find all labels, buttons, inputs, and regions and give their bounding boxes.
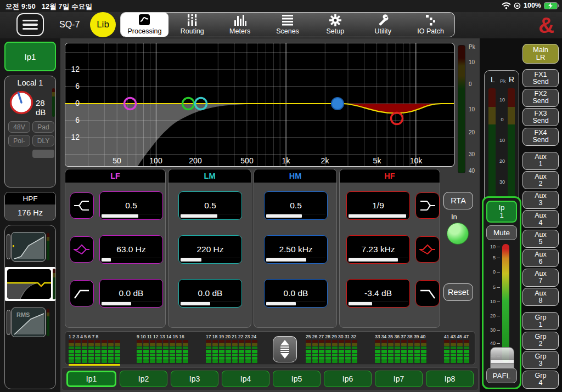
db-tick: 0	[75, 99, 80, 107]
hpf-panel: HPF 176 Hz	[4, 192, 56, 220]
hf-shelf-type-button[interactable]	[415, 192, 440, 219]
mix-grp4[interactable]: Grp4	[522, 371, 559, 389]
select-ip6[interactable]: Ip6	[324, 371, 372, 387]
peq-meter	[53, 269, 55, 299]
meter-bridge-scroll-button[interactable]	[273, 336, 297, 362]
hf-slope-button[interactable]	[415, 280, 440, 306]
select-ip7[interactable]: Ip7	[375, 371, 423, 387]
processing-block-list: RMS	[4, 225, 56, 389]
compressor-block-tile[interactable]: RMS	[7, 305, 53, 339]
mix-fx3-send[interactable]: FX3Send	[522, 108, 559, 126]
lf-slope-button[interactable]	[70, 280, 94, 306]
select-ip5[interactable]: Ip5	[273, 371, 321, 387]
hm-width-value[interactable]: 0.5	[264, 191, 328, 220]
io-patch-icon	[424, 14, 437, 27]
sq-mixpad-app: 오전 9:50 12월 7일 수요일 100% SQ-7 Lib Process…	[0, 0, 562, 392]
library-button[interactable]: Lib	[90, 12, 116, 37]
mix-fx1-send[interactable]: FX1Send	[522, 69, 559, 87]
lm-gain-value[interactable]: 0.0 dB	[178, 279, 242, 308]
band-panel-hm: HM 0.5 2.50 kHz 0.0 dB	[254, 169, 337, 328]
hf-freq-value[interactable]: 7.23 kHz	[346, 235, 410, 264]
mix-aux4[interactable]: Aux4	[522, 210, 559, 228]
mix-aux3[interactable]: Aux3	[522, 191, 559, 209]
gate-block-tile[interactable]	[7, 230, 53, 264]
meter-group-33-40[interactable]: 33 34 35 36 37 38 39 40	[375, 334, 426, 363]
tab-io-patch[interactable]: IO Patch	[407, 13, 454, 37]
strip-channel-button[interactable]: Ip 1	[486, 201, 517, 223]
lf-bell-type-button[interactable]	[70, 236, 94, 263]
tab-routing[interactable]: Routing	[168, 13, 216, 37]
meter-group-17-24[interactable]: 17 18 19 20 21 22 23 24	[206, 334, 257, 363]
peq-block-tile-selected[interactable]	[5, 267, 55, 301]
rta-button[interactable]: RTA	[443, 192, 473, 209]
mix-fx4-send[interactable]: FX4Send	[522, 128, 559, 146]
eq-in-button[interactable]	[447, 223, 469, 245]
select-ip1[interactable]: Ip1	[66, 371, 116, 387]
lm-freq-value[interactable]: 220 Hz	[178, 235, 242, 264]
strip-pafl-button[interactable]: PAFL	[486, 368, 517, 383]
select-ip2[interactable]: Ip2	[120, 371, 167, 387]
lf-shelf-type-button[interactable]	[70, 192, 94, 219]
mix-sidebar: Main LR L Pk R 10 0 10 20 30 40 PAFL FX1…	[480, 38, 562, 392]
input-source-label: Local 1	[5, 78, 55, 87]
comp-thumbnail: RMS	[12, 308, 46, 337]
bell-icon	[74, 242, 90, 257]
hf-bell-type-button[interactable]	[415, 236, 440, 263]
lf-width-value[interactable]: 0.5	[99, 191, 163, 220]
hm-band-handle[interactable]	[331, 98, 344, 110]
lm-width-value[interactable]: 0.5	[178, 191, 242, 220]
tab-setup[interactable]: Setup	[311, 13, 359, 37]
mix-main-lr-button[interactable]: Main LR	[522, 44, 559, 64]
processing-icon	[137, 14, 151, 27]
gain-knob[interactable]	[8, 89, 35, 116]
mix-grp1[interactable]: Grp1	[522, 312, 559, 330]
reset-button[interactable]: Reset	[443, 283, 473, 301]
mix-aux5[interactable]: Aux5	[522, 230, 559, 248]
mix-bus-buttons: FX1Send FX2Send FX3Send FX4Send Aux1 Aux…	[522, 69, 559, 389]
mute-button[interactable]: Mute	[486, 225, 517, 240]
mix-aux6[interactable]: Aux6	[522, 249, 559, 267]
select-ip3[interactable]: Ip3	[171, 371, 218, 387]
peq-graph[interactable]: 12 6 0 6 12 50 100 200 500 1k 2k 5k 10k	[65, 43, 454, 167]
low-slope-icon	[74, 286, 90, 300]
hf-gain-value[interactable]: -3.4 dB	[346, 279, 410, 308]
lf-freq-value[interactable]: 63.0 Hz	[99, 235, 163, 264]
selected-channel-button[interactable]: Ip1	[4, 42, 56, 71]
mix-fx2-send[interactable]: FX2Send	[522, 89, 559, 107]
lf-gain-value[interactable]: 0.0 dB	[99, 279, 163, 308]
delay-value-box[interactable]	[32, 150, 54, 158]
status-date: 12월 7일 수요일	[42, 3, 92, 10]
tab-processing[interactable]: Processing	[121, 13, 168, 37]
mix-aux2[interactable]: Aux2	[522, 171, 559, 189]
tab-utility[interactable]: Utility	[359, 13, 407, 37]
hpf-value[interactable]: 176 Hz	[5, 204, 55, 220]
hpf-label: HPF	[5, 192, 55, 204]
utility-icon	[376, 14, 390, 27]
select-ip4[interactable]: Ip4	[222, 371, 269, 387]
meter-group-25-32[interactable]: 25 26 27 28 29 30 31 32	[306, 334, 357, 363]
menu-button[interactable]	[16, 13, 44, 36]
mix-aux7[interactable]: Aux7	[522, 269, 559, 287]
mix-aux1[interactable]: Aux1	[522, 152, 559, 170]
mix-grp3[interactable]: Grp3	[522, 351, 559, 369]
hm-freq-value[interactable]: 2.50 kHz	[264, 235, 328, 264]
gate-thumbnail	[12, 232, 46, 262]
phantom-48v-button[interactable]: 48V	[8, 121, 30, 133]
channel-select-strip: Ip1 Ip2 Ip3 Ip4 Ip5 Ip6 Ip7 Ip8	[61, 367, 479, 390]
band-label-hf: HF	[340, 169, 440, 183]
mix-grp2[interactable]: Grp2	[522, 332, 559, 350]
hm-gain-value[interactable]: 0.0 dB	[264, 279, 328, 308]
polarity-button[interactable]: Pol-	[8, 135, 30, 146]
select-ip8[interactable]: Ip8	[426, 371, 474, 387]
tab-meters[interactable]: Meters	[216, 13, 264, 37]
meter-group-41-47[interactable]: 41 43 45 47	[444, 334, 469, 363]
delay-button[interactable]: DLY	[32, 135, 54, 146]
tab-scenes[interactable]: Scenes	[264, 13, 312, 37]
meter-group-9-16[interactable]: 9 10 11 12 13 14 15 16	[137, 334, 188, 363]
hf-width-value[interactable]: 1/9	[346, 191, 410, 220]
pad-button[interactable]: Pad	[32, 121, 54, 133]
mix-aux8[interactable]: Aux8	[522, 288, 559, 306]
hf-band-handle[interactable]	[391, 113, 403, 124]
scenes-icon	[281, 14, 294, 27]
meter-group-1-8[interactable]: 1 2 3 4 5 6 7 8	[69, 334, 120, 366]
